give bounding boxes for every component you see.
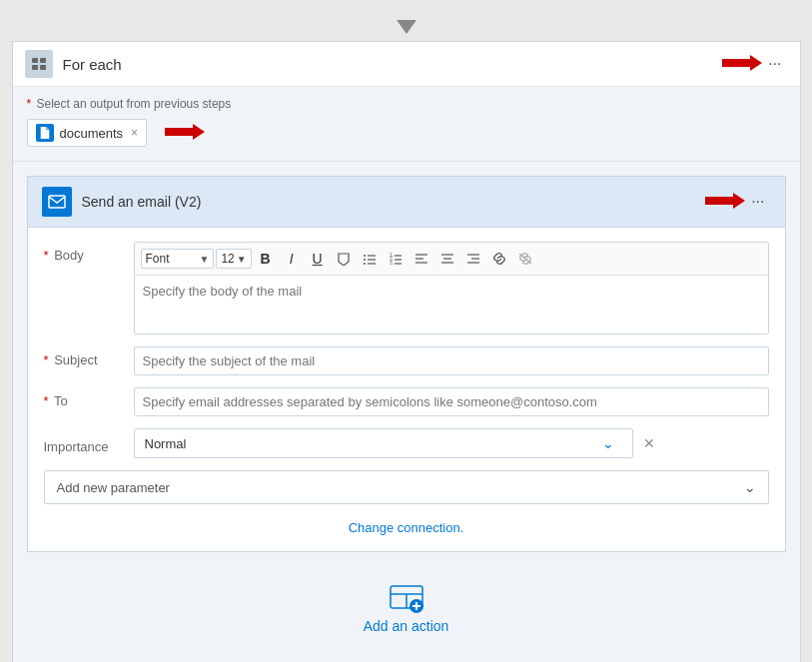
svg-marker-4 — [722, 55, 762, 71]
email-card-title: Send an email (V2) — [82, 194, 696, 210]
email-header: Send an email (V2) ··· — [28, 177, 785, 228]
output-label: * Select an output from previous steps — [27, 97, 786, 111]
font-dropdown-arrow: ▼ — [200, 254, 210, 265]
importance-select[interactable]: Normal ⌄ — [134, 428, 633, 458]
svg-text:3.: 3. — [390, 260, 394, 266]
svg-point-10 — [364, 259, 366, 261]
bold-button[interactable]: B — [254, 247, 278, 271]
svg-rect-3 — [40, 65, 46, 70]
importance-clear-button[interactable]: ✕ — [643, 435, 655, 451]
font-selector[interactable]: Font ▼ — [141, 249, 215, 269]
documents-row: documents × — [27, 119, 786, 147]
align-left-button[interactable] — [409, 247, 433, 271]
change-connection-link[interactable]: Change connection. — [349, 520, 464, 535]
foreach-icon — [25, 50, 53, 78]
email-icon — [42, 187, 72, 217]
importance-value: Normal — [145, 436, 602, 451]
add-action-label: Add an action — [364, 618, 449, 634]
svg-marker-7 — [705, 193, 745, 209]
svg-rect-0 — [32, 58, 38, 63]
body-row: * Body Font ▼ 12 — [44, 242, 769, 334]
list-unordered-button[interactable] — [358, 247, 382, 271]
italic-button[interactable]: I — [280, 247, 304, 271]
size-dropdown-arrow: ▼ — [237, 254, 247, 265]
underline-button[interactable]: U — [306, 247, 330, 271]
highlight-button[interactable] — [332, 247, 356, 271]
foreach-card: For each ··· * Select an output from pre… — [12, 41, 801, 662]
rich-toolbar: Font ▼ 12 ▼ B I U — [135, 243, 768, 276]
list-ordered-button[interactable]: 1. 2. 3. — [384, 247, 407, 271]
add-param-label: Add new parameter — [57, 480, 170, 495]
documents-tag-close[interactable]: × — [131, 126, 138, 140]
align-right-button[interactable] — [461, 247, 485, 271]
add-action-button[interactable]: Add an action — [364, 584, 449, 634]
font-size-value: 12 — [221, 252, 234, 266]
unlink-button[interactable] — [513, 247, 537, 271]
importance-label: Importance — [44, 433, 124, 454]
foreach-header: For each ··· — [13, 42, 800, 87]
email-card: Send an email (V2) ··· * Body — [27, 176, 786, 552]
documents-tag[interactable]: documents × — [27, 119, 148, 147]
svg-rect-1 — [40, 58, 46, 63]
subject-label: * Subject — [44, 346, 124, 367]
font-size-selector[interactable]: 12 ▼ — [216, 249, 251, 269]
subject-input[interactable] — [134, 346, 769, 375]
documents-red-arrow — [165, 122, 205, 145]
document-icon — [36, 124, 54, 142]
add-action-icon — [389, 584, 424, 614]
svg-rect-6 — [49, 196, 65, 208]
add-new-parameter-row[interactable]: Add new parameter ⌄ — [44, 470, 769, 504]
align-center-button[interactable] — [435, 247, 459, 271]
body-label: * Body — [44, 242, 124, 263]
top-arrow-indicator — [12, 20, 801, 37]
svg-marker-5 — [165, 124, 205, 140]
add-action-container: Add an action — [27, 568, 786, 650]
email-more-button[interactable]: ··· — [745, 191, 770, 213]
importance-row: Importance Normal ⌄ ✕ — [44, 428, 769, 458]
documents-tag-label: documents — [60, 126, 124, 141]
email-red-arrow — [705, 191, 745, 214]
body-textarea[interactable] — [135, 276, 768, 331]
to-input[interactable] — [134, 387, 769, 416]
subject-row: * Subject — [44, 346, 769, 375]
change-connection-area: Change connection. — [44, 514, 769, 537]
to-row: * To — [44, 387, 769, 416]
email-form: * Body Font ▼ 12 — [28, 228, 785, 551]
foreach-body: Send an email (V2) ··· * Body — [13, 162, 800, 662]
foreach-red-arrow — [722, 53, 762, 76]
body-field-wrapper: Font ▼ 12 ▼ B I U — [134, 242, 769, 334]
required-star: * — [27, 97, 32, 111]
foreach-more-button[interactable]: ··· — [762, 53, 787, 75]
font-selector-label: Font — [146, 252, 196, 266]
add-param-chevron-icon: ⌄ — [744, 479, 756, 495]
link-button[interactable] — [487, 247, 511, 271]
svg-point-8 — [364, 255, 366, 257]
importance-chevron-icon: ⌄ — [602, 435, 614, 451]
svg-rect-2 — [32, 65, 38, 70]
svg-line-29 — [519, 254, 531, 264]
to-label: * To — [44, 387, 124, 408]
output-selector-area: * Select an output from previous steps d… — [13, 87, 800, 162]
foreach-title: For each — [63, 56, 713, 73]
svg-point-12 — [364, 263, 366, 265]
